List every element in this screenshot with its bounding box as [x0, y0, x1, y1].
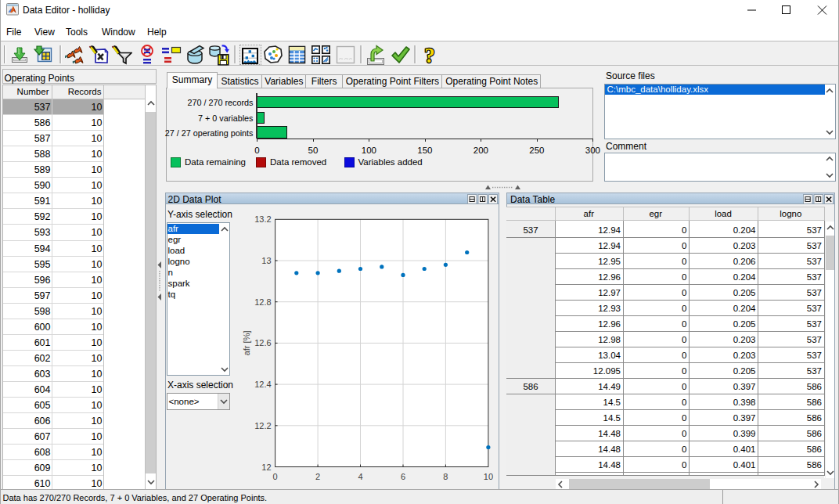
svg-text:0: 0 [273, 472, 278, 481]
svg-text:2: 2 [315, 472, 320, 481]
svg-text:4: 4 [358, 472, 362, 481]
svg-text:12.2: 12.2 [254, 421, 271, 430]
svg-text:12: 12 [261, 463, 271, 472]
svg-text:12.8: 12.8 [254, 297, 271, 307]
svg-text:12.4: 12.4 [254, 380, 271, 389]
svg-text:?: ? [424, 44, 435, 67]
svg-text:afr [%]: afr [%] [242, 331, 251, 356]
svg-text:10: 10 [484, 472, 493, 481]
svg-text:13.2: 13.2 [254, 214, 271, 224]
svg-text:13: 13 [261, 256, 271, 265]
svg-text:6: 6 [401, 472, 405, 481]
svg-text:12.6: 12.6 [254, 338, 271, 347]
svg-text:8: 8 [443, 472, 448, 481]
